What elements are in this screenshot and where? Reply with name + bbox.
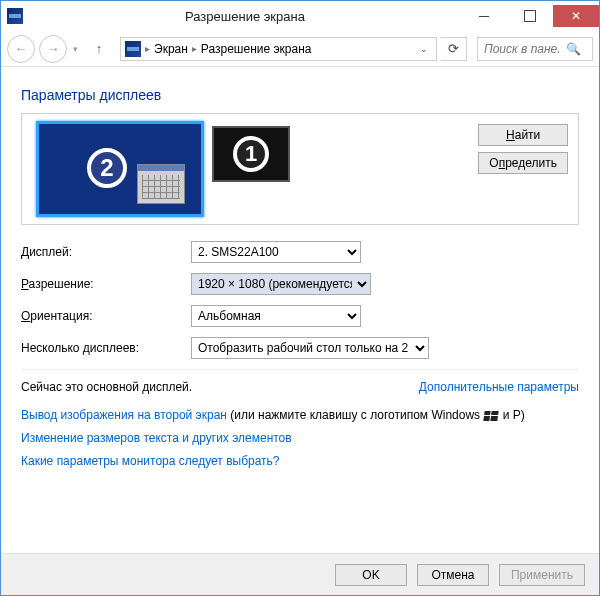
label-orientation: Ориентация: (21, 309, 191, 323)
maximize-button[interactable] (507, 5, 553, 27)
search-icon: 🔍 (566, 42, 580, 56)
settings-form: Дисплей: 2. SMS22A100 Разрешение: 1920 ×… (21, 241, 579, 359)
resolution-select[interactable]: 1920 × 1080 (рекомендуется) (191, 273, 371, 295)
monitor-side-buttons: Найти Определить (478, 124, 568, 174)
window-buttons (461, 5, 599, 27)
refresh-button[interactable]: ⟳ (441, 37, 467, 61)
content: Параметры дисплеев 2 1 Найти Определить … (1, 67, 599, 472)
breadcrumb-item[interactable]: Разрешение экрана (201, 42, 312, 56)
cancel-button[interactable]: Отмена (417, 564, 489, 586)
text-size-link[interactable]: Изменение размеров текста и других элеме… (21, 431, 292, 445)
row-orientation: Ориентация: Альбомная (21, 305, 579, 327)
window-title: Разрешение экрана (29, 9, 461, 24)
row-resolution: Разрешение: 1920 × 1080 (рекомендуется) (21, 273, 579, 295)
row-multiple-displays: Несколько дисплеев: Отобразить рабочий с… (21, 337, 579, 359)
chevron-right-icon: ▸ (145, 43, 150, 54)
primary-display-row: Сейчас это основной дисплей. Дополнитель… (21, 369, 579, 394)
monitor-number-badge: 1 (233, 136, 269, 172)
monitor-1[interactable]: 1 (212, 126, 290, 182)
label-resolution: Разрешение: (21, 277, 191, 291)
page-heading: Параметры дисплеев (21, 87, 579, 103)
advanced-settings-link[interactable]: Дополнительные параметры (419, 380, 579, 394)
app-icon (7, 8, 23, 24)
window-root: Разрешение экрана ← → ▾ ↑ ▸ Экран ▸ Разр… (0, 0, 600, 596)
windows-key-icon (484, 411, 499, 421)
which-settings-link[interactable]: Какие параметры монитора следует выбрать… (21, 454, 280, 468)
monitor-grid-icon (137, 164, 185, 204)
label-multiple-displays: Несколько дисплеев: (21, 341, 191, 355)
multiple-displays-select[interactable]: Отобразить рабочий стол только на 2 (191, 337, 429, 359)
identify-button[interactable]: Определить (478, 152, 568, 174)
nav-bar: ← → ▾ ↑ ▸ Экран ▸ Разрешение экрана ⌄ ⟳ … (1, 31, 599, 67)
primary-display-note: Сейчас это основной дисплей. (21, 380, 192, 394)
search-box[interactable]: 🔍 (477, 37, 593, 61)
minimize-button[interactable] (461, 5, 507, 27)
monitor-arrangement-frame: 2 1 Найти Определить (21, 113, 579, 225)
ok-button[interactable]: OK (335, 564, 407, 586)
breadcrumb-item[interactable]: Экран (154, 42, 188, 56)
back-button[interactable]: ← (7, 35, 35, 63)
address-dropdown[interactable]: ⌄ (416, 44, 432, 54)
label-display: Дисплей: (21, 245, 191, 259)
detect-button[interactable]: Найти (478, 124, 568, 146)
project-link[interactable]: Вывод изображения на второй экран (21, 408, 227, 422)
close-button[interactable] (553, 5, 599, 27)
info-links: Вывод изображения на второй экран (или н… (21, 404, 579, 472)
history-dropdown[interactable]: ▾ (73, 44, 78, 54)
search-input[interactable] (482, 41, 562, 57)
monitor-number-badge: 2 (87, 148, 127, 188)
orientation-select[interactable]: Альбомная (191, 305, 361, 327)
title-bar: Разрешение экрана (1, 1, 599, 31)
bottom-bar: OK Отмена Применить (1, 553, 599, 595)
chevron-right-icon: ▸ (192, 43, 197, 54)
project-line: Вывод изображения на второй экран (или н… (21, 404, 579, 427)
apply-button[interactable]: Применить (499, 564, 585, 586)
address-bar[interactable]: ▸ Экран ▸ Разрешение экрана ⌄ (120, 37, 437, 61)
forward-button[interactable]: → (39, 35, 67, 63)
monitor-2[interactable]: 2 (36, 121, 204, 217)
row-display: Дисплей: 2. SMS22A100 (21, 241, 579, 263)
display-select[interactable]: 2. SMS22A100 (191, 241, 361, 263)
display-icon (125, 41, 141, 57)
up-button[interactable]: ↑ (88, 38, 110, 60)
